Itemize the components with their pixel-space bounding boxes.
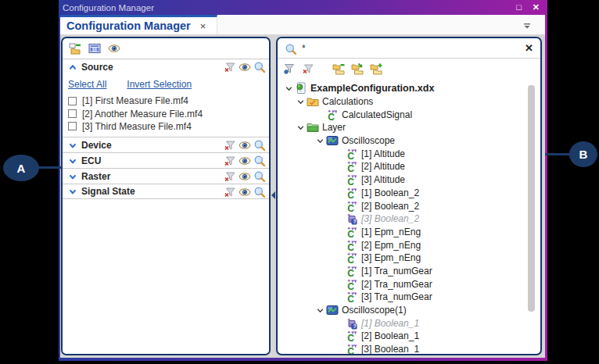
tree-scrollbar-thumb[interactable] — [528, 85, 535, 312]
section-label: ECU — [81, 155, 224, 166]
clear-filter-icon[interactable] — [224, 155, 235, 166]
eye-icon[interactable] — [108, 42, 120, 55]
tree-item[interactable]: Layer — [278, 121, 540, 134]
search-icon[interactable] — [253, 155, 265, 166]
filter-icon[interactable] — [283, 62, 296, 75]
group-by-folder-icon[interactable] — [69, 42, 81, 55]
tree-expander-spacer — [333, 213, 346, 224]
unknown-signal-icon: ? — [346, 212, 358, 225]
chevron-up-icon[interactable] — [67, 62, 78, 73]
chevron-down-icon[interactable] — [67, 140, 78, 151]
chevron-down-icon[interactable] — [67, 155, 78, 166]
tree-item[interactable]: ExampleConfiguration.xdx — [278, 82, 540, 95]
tree-item[interactable]: C[3] Tra_numGear — [278, 291, 540, 304]
section-header-source[interactable]: Source — [63, 59, 269, 74]
tree-item[interactable]: C[1] Tra_numGear — [278, 265, 540, 278]
tree-expander-icon[interactable] — [294, 122, 307, 133]
section-header-signal-state[interactable]: Signal State — [63, 184, 269, 199]
signal-icon: C — [346, 187, 358, 199]
close-window-button[interactable]: ✕ — [533, 3, 540, 12]
tree-item-label: ExampleConfiguration.xdx — [310, 83, 434, 94]
tab-close-icon[interactable]: × — [200, 20, 206, 32]
clear-filter-icon[interactable] — [224, 139, 235, 151]
section-label: Signal State — [81, 186, 224, 197]
callout-b-line — [545, 153, 572, 155]
clear-search-button[interactable]: ✕ — [525, 42, 533, 54]
tree-item-label: [2] Boolean_1 — [361, 330, 419, 341]
section-header-raster[interactable]: Raster — [63, 168, 269, 184]
search-icon[interactable] — [253, 170, 265, 182]
tree-item[interactable]: C[1] Epm_nEng — [278, 226, 540, 239]
tree-expander-spacer — [333, 291, 346, 302]
section-header-device[interactable]: Device — [63, 137, 269, 152]
file-checkbox[interactable] — [68, 97, 77, 105]
tree-item[interactable]: C[1] Boolean_2 — [278, 187, 540, 200]
file-checkbox[interactable] — [68, 122, 77, 130]
chevron-down-icon[interactable] — [67, 171, 78, 182]
tab-label: Configuration Manager — [66, 20, 191, 32]
clear-filter-icon[interactable] — [224, 170, 235, 182]
select-all-link[interactable]: Select All — [68, 79, 106, 90]
measure-file-row[interactable]: [2] Another Measure File.mf4 — [63, 107, 269, 120]
signal-icon: C — [346, 265, 358, 277]
tab-list-dropdown-icon[interactable] — [522, 20, 533, 31]
tree-item[interactable]: ?[1] Boolean_1 — [278, 316, 540, 330]
tree-item[interactable]: C[1] Altitude — [278, 147, 540, 160]
chevron-down-icon[interactable] — [67, 186, 78, 197]
tree-item[interactable]: C[2] Altitude — [278, 160, 540, 173]
search-icon[interactable] — [253, 186, 265, 198]
maximize-button[interactable]: □ — [516, 3, 522, 12]
tree-item[interactable]: C[2] Boolean_1 — [278, 330, 540, 343]
measure-file-row[interactable]: [1] First Measure File.mf4 — [63, 95, 269, 107]
tree-expander-icon[interactable] — [282, 83, 295, 94]
window-titlebar[interactable]: Configuration Manager □ ✕ — [59, 0, 547, 15]
eye-icon[interactable] — [239, 170, 250, 182]
tree-item[interactable]: Calculations — [278, 95, 540, 109]
clear-filter-icon[interactable] — [224, 61, 235, 73]
config-doc-icon — [295, 82, 307, 95]
file-checkbox[interactable] — [68, 109, 77, 118]
tree-item[interactable]: C[3] Boolean_1 — [278, 343, 540, 354]
signal-icon: C — [346, 278, 358, 291]
panel-splitter[interactable] — [271, 37, 276, 355]
tree-item[interactable]: Oscilloscope — [278, 134, 540, 148]
mapping-table-icon[interactable] — [88, 42, 101, 55]
expand-new-icon[interactable] — [351, 62, 364, 75]
collapse-all-icon[interactable] — [332, 62, 345, 75]
tree-expander-icon[interactable] — [314, 305, 326, 316]
tree-item-label: [3] Boolean_1 — [361, 344, 419, 354]
tree-expander-icon[interactable] — [314, 135, 326, 146]
eye-icon[interactable] — [239, 155, 250, 166]
clear-filter-icon[interactable] — [302, 62, 314, 75]
tree-item[interactable]: Oscilloscope(1) — [278, 304, 540, 317]
tree-item[interactable]: CCalculatedSignal — [278, 108, 540, 121]
section-header-ecu[interactable]: ECU — [63, 152, 269, 168]
file-label: [3] Third Measure File.mf4 — [82, 121, 192, 132]
search-icon[interactable] — [253, 139, 265, 151]
tree-expander-spacer — [333, 279, 346, 290]
tree-item[interactable]: ?[3] Boolean_2 — [278, 212, 540, 226]
svg-text:C: C — [347, 163, 354, 173]
eye-icon[interactable] — [239, 139, 250, 151]
tree-expander-spacer — [333, 201, 346, 212]
splitter-collapse-icon[interactable] — [271, 191, 275, 199]
tree-item[interactable]: C[2] Boolean_2 — [278, 199, 540, 212]
tree-item[interactable]: C[3] Altitude — [278, 173, 540, 187]
tree-item[interactable]: C[3] Epm_nEng — [278, 252, 540, 265]
search-icon[interactable] — [253, 61, 265, 73]
expand-all-icon[interactable] — [370, 62, 382, 75]
tree-search-input[interactable] — [302, 43, 518, 54]
svg-text:C: C — [347, 241, 354, 252]
tree-item[interactable]: C[2] Tra_numGear — [278, 277, 540, 291]
eye-icon[interactable] — [239, 61, 250, 73]
tree-item[interactable]: C[2] Epm_nEng — [278, 238, 540, 252]
search-icon — [285, 43, 296, 54]
eye-icon[interactable] — [239, 186, 250, 198]
clear-filter-icon[interactable] — [224, 186, 235, 198]
tree-item-label: [3] Epm_nEng — [361, 252, 421, 263]
tree-expander-icon[interactable] — [294, 96, 307, 107]
measure-file-row[interactable]: [3] Third Measure File.mf4 — [63, 120, 269, 133]
tab-configuration-manager[interactable]: Configuration Manager × — [60, 15, 217, 34]
invert-selection-link[interactable]: Invert Selection — [127, 79, 192, 90]
tree-expander-spacer — [333, 330, 346, 341]
